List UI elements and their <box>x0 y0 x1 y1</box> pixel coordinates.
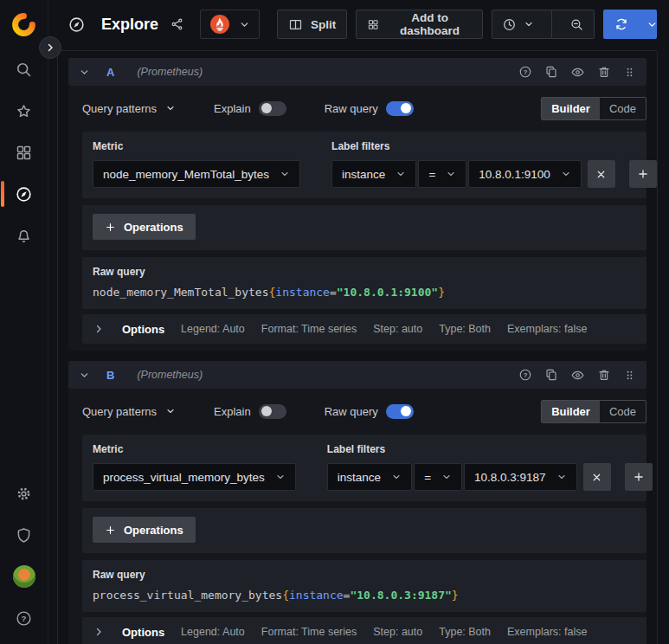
add-to-dashboard-button[interactable]: Add to dashboard <box>356 10 483 39</box>
explain-toggle[interactable] <box>259 404 286 419</box>
query-editor-body: Query patterns Explain Raw query Builder… <box>68 86 646 351</box>
filter-operator-select[interactable]: = <box>414 463 462 491</box>
sidebar-expand-button[interactable] <box>39 36 61 59</box>
run-interval-dropdown[interactable] <box>640 10 657 39</box>
times-icon <box>591 472 602 483</box>
option-step: Step: auto <box>373 323 422 335</box>
filter-value-select[interactable]: 10.8.0.3:9187 <box>464 463 577 491</box>
drag-handle-icon[interactable] <box>623 66 636 79</box>
explain-toggle-group: Explain <box>214 404 286 419</box>
option-exemplars: Exemplars: false <box>507 626 587 638</box>
metric-filters-card: Metric node_memory_MemTotal_bytes Label … <box>82 132 646 198</box>
query-help-icon[interactable]: ? <box>518 368 532 382</box>
filter-value-select[interactable]: 10.8.0.1:9100 <box>468 160 582 188</box>
query-options-row[interactable]: Options Legend: Auto Format: Time series… <box>82 314 646 344</box>
page-title: Explore <box>101 16 158 34</box>
sidebar-item-admin[interactable] <box>0 514 48 556</box>
chevron-down-icon <box>561 169 571 179</box>
run-query-button[interactable] <box>603 10 640 39</box>
datasource-picker[interactable] <box>200 10 260 39</box>
query-patterns-dropdown[interactable]: Query patterns <box>82 405 176 418</box>
chevron-down-icon <box>275 472 286 482</box>
svg-text:?: ? <box>524 371 528 379</box>
query-ref-id: B <box>106 369 114 382</box>
metric-filters-card: Metric process_virtual_memory_bytes Labe… <box>82 435 646 501</box>
raw-query-label: Raw query <box>93 569 636 581</box>
add-operation-button[interactable]: Operations <box>93 517 196 543</box>
svg-text:?: ? <box>524 68 528 76</box>
duplicate-query-icon[interactable] <box>544 65 558 79</box>
sidebar-item-alerting[interactable] <box>0 215 48 256</box>
remove-query-trash-icon[interactable] <box>597 65 611 79</box>
add-filter-button[interactable] <box>625 463 653 491</box>
label-filters-field: Label filters instance = <box>327 443 653 491</box>
option-type: Type: Both <box>439 323 491 335</box>
explain-label: Explain <box>214 405 251 418</box>
query-editor-panel: A (Prometheus) ? Query patterns <box>57 50 658 644</box>
search-minus-icon <box>569 17 584 32</box>
shield-icon <box>15 526 33 544</box>
hide-response-eye-icon[interactable] <box>570 65 585 80</box>
code-label-name: instance <box>275 286 330 299</box>
drag-handle-icon[interactable] <box>623 369 636 382</box>
code-label-value: "10.8.0.1:9100" <box>337 286 438 299</box>
code-mode-button[interactable]: Code <box>600 401 646 422</box>
query-row-header[interactable]: B (Prometheus) ? <box>68 361 646 389</box>
help-icon: ? <box>15 609 33 628</box>
chevron-down-icon <box>391 472 402 482</box>
query-help-icon[interactable]: ? <box>518 65 532 79</box>
chevron-down-icon <box>280 169 290 179</box>
query-patterns-dropdown[interactable]: Query patterns <box>82 102 176 115</box>
code-metric: node_memory_MemTotal_bytes <box>93 286 269 299</box>
duplicate-query-icon[interactable] <box>544 368 558 382</box>
share-icon[interactable] <box>170 17 184 31</box>
sidebar-item-settings[interactable] <box>0 473 48 514</box>
raw-query-toggle[interactable] <box>386 404 414 419</box>
remove-filter-button[interactable] <box>583 463 611 491</box>
sidebar-item-help[interactable]: ? <box>0 597 48 639</box>
sync-icon <box>614 17 628 31</box>
split-button[interactable]: Split <box>277 10 347 39</box>
remove-query-trash-icon[interactable] <box>597 368 611 382</box>
zoom-out-button[interactable] <box>560 10 594 38</box>
builder-code-switch: Builder Code <box>541 97 646 120</box>
builder-mode-button[interactable]: Builder <box>542 98 600 119</box>
toggle-knob <box>261 406 272 416</box>
code-mode-button[interactable]: Code <box>600 98 646 119</box>
option-format: Format: Time series <box>261 626 357 638</box>
sidebar-item-profile[interactable] <box>0 556 48 597</box>
query-row-a: A (Prometheus) ? Query patterns <box>68 58 646 351</box>
add-filter-button[interactable] <box>629 160 657 188</box>
builder-mode-button[interactable]: Builder <box>542 401 600 422</box>
add-operation-button[interactable]: Operations <box>93 214 196 240</box>
user-avatar <box>13 565 35 588</box>
metric-select[interactable]: node_memory_MemTotal_bytes <box>93 160 300 188</box>
prometheus-icon <box>209 14 230 35</box>
hide-response-eye-icon[interactable] <box>570 368 585 383</box>
grafana-flame-icon <box>12 13 35 36</box>
code-label-name: instance <box>289 589 344 602</box>
sidebar-item-dashboards[interactable] <box>0 132 48 173</box>
code-equals: = <box>330 286 337 299</box>
query-editor-body: Query patterns Explain Raw query Builder… <box>68 389 646 644</box>
query-options-row[interactable]: Options Legend: Auto Format: Time series… <box>82 617 646 644</box>
query-row-header[interactable]: A (Prometheus) ? <box>68 58 646 86</box>
toggle-knob <box>401 406 411 416</box>
filter-key-select[interactable]: instance <box>327 463 412 491</box>
chevron-down-icon <box>396 169 406 179</box>
raw-query-toggle[interactable] <box>386 101 414 116</box>
filter-operator-select[interactable]: = <box>418 160 466 188</box>
time-picker-button[interactable] <box>492 10 544 38</box>
query-patterns-label: Query patterns <box>82 102 157 115</box>
explain-toggle[interactable] <box>259 101 286 116</box>
sidebar-item-explore[interactable] <box>0 173 48 215</box>
button-divider <box>551 10 552 38</box>
filter-key-select[interactable]: instance <box>331 160 416 188</box>
operations-card: Operations <box>82 508 646 553</box>
raw-query-card: Raw query process_virtual_memory_bytes{i… <box>82 560 646 612</box>
plus-icon <box>633 471 645 483</box>
raw-query-label: Raw query <box>325 102 378 115</box>
sidebar-item-starred[interactable] <box>0 90 48 132</box>
remove-filter-button[interactable] <box>588 160 615 188</box>
metric-select[interactable]: process_virtual_memory_bytes <box>93 463 296 491</box>
